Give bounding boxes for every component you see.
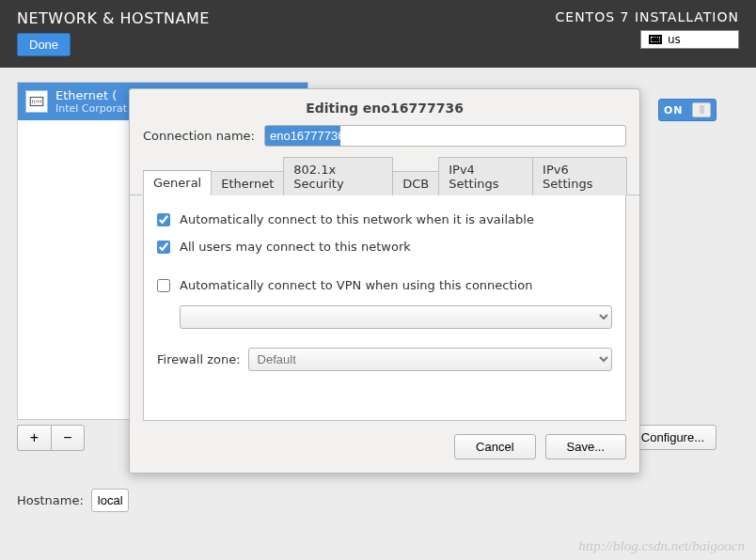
header-left: NETWORK & HOSTNAME Done (17, 9, 210, 58)
install-title: CENTOS 7 INSTALLATION (556, 9, 739, 24)
nic-name: Ethernet ( (55, 88, 127, 102)
hostname-row: Hostname: (17, 489, 129, 512)
header-right: CENTOS 7 INSTALLATION us (556, 9, 739, 58)
interface-on-switch[interactable]: ON (658, 99, 717, 121)
remove-interface-button[interactable]: − (51, 425, 85, 451)
all-users-row: All users may connect to this network (157, 240, 612, 254)
hostname-label: Hostname: (17, 493, 84, 507)
tab-general[interactable]: General (143, 170, 212, 195)
all-users-checkbox[interactable] (157, 241, 170, 254)
tab-general-content: Automatically connect to this network wh… (143, 195, 626, 421)
dialog-tabs: General Ethernet 802.1x Security DCB IPv… (130, 156, 639, 195)
firewall-zone-select[interactable]: Default (248, 348, 612, 371)
configure-button[interactable]: Configure... (629, 425, 717, 450)
watermark: http://blog.csdn.net/baigoocn (578, 538, 745, 554)
auto-vpn-label: Automatically connect to VPN when using … (180, 278, 532, 292)
auto-vpn-checkbox[interactable] (157, 279, 170, 292)
tab-ipv4[interactable]: IPv4 Settings (438, 157, 533, 195)
done-button[interactable]: Done (17, 33, 71, 56)
auto-connect-row: Automatically connect to this network wh… (157, 212, 612, 226)
auto-connect-checkbox[interactable] (157, 213, 170, 226)
connection-name-input[interactable] (264, 125, 626, 147)
vpn-select-row (180, 305, 612, 329)
all-users-label: All users may connect to this network (180, 240, 411, 254)
save-button[interactable]: Save... (545, 434, 626, 459)
add-interface-button[interactable]: + (17, 425, 51, 451)
cancel-button[interactable]: Cancel (454, 434, 535, 459)
switch-label: ON (664, 104, 684, 117)
tab-dcb[interactable]: DCB (392, 171, 439, 195)
tab-ethernet[interactable]: Ethernet (211, 171, 284, 195)
firewall-zone-label: Firewall zone: (157, 352, 241, 366)
keyboard-layout-indicator[interactable]: us (640, 30, 739, 49)
keyboard-layout-value: us (668, 33, 681, 46)
tab-8021x[interactable]: 802.1x Security (283, 157, 393, 195)
firewall-zone-row: Firewall zone: Default (157, 348, 612, 371)
auto-vpn-row: Automatically connect to VPN when using … (157, 278, 612, 292)
page-title: NETWORK & HOSTNAME (17, 9, 210, 27)
dialog-title: Editing eno16777736 (130, 89, 639, 125)
header: NETWORK & HOSTNAME Done CENTOS 7 INSTALL… (0, 0, 756, 68)
hostname-input[interactable] (91, 489, 129, 512)
tab-ipv6[interactable]: IPv6 Settings (532, 157, 627, 195)
list-buttons: + − (17, 425, 85, 451)
vpn-select[interactable] (180, 305, 612, 329)
keyboard-icon (649, 35, 662, 44)
auto-connect-label: Automatically connect to this network wh… (180, 212, 534, 226)
switch-handle (692, 102, 711, 117)
nic-vendor: Intel Corporat (55, 102, 127, 115)
dialog-buttons: Cancel Save... (130, 421, 639, 459)
connection-name-row: Connection name: (130, 125, 639, 156)
connection-name-label: Connection name: (143, 129, 255, 143)
ethernet-icon (25, 90, 48, 113)
edit-connection-dialog: Editing eno16777736 Connection name: Gen… (129, 88, 640, 474)
nic-text: Ethernet ( Intel Corporat (55, 88, 127, 115)
